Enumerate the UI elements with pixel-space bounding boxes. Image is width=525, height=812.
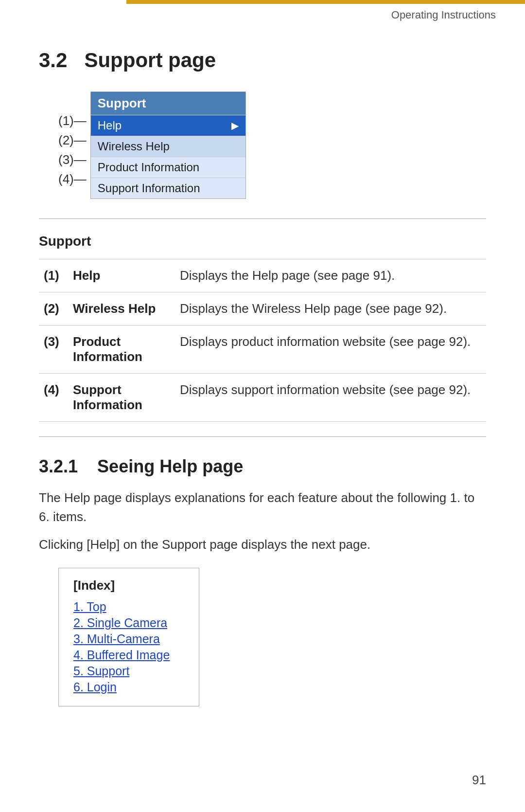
index-link-1[interactable]: 1. Top bbox=[73, 600, 184, 614]
row-name-1: Help bbox=[68, 259, 175, 292]
body-text-1: The Help page displays explanations for … bbox=[39, 488, 486, 526]
menu-label-3: (3)— bbox=[58, 150, 90, 169]
menu-label-2: (2)— bbox=[58, 130, 90, 150]
menu-item-wireless-help-label: Wireless Help bbox=[98, 140, 170, 153]
row-desc-1: Displays the Help page (see page 91). bbox=[175, 259, 486, 292]
menu-item-product-info[interactable]: Product Information bbox=[91, 157, 245, 178]
menu-item-support-info[interactable]: Support Information bbox=[91, 178, 245, 198]
menu-item-support-info-label: Support Information bbox=[98, 181, 200, 195]
section-title: 3.2 Support page bbox=[39, 49, 486, 72]
menu-item-product-info-label: Product Information bbox=[98, 161, 199, 174]
table-row: (3) ProductInformation Displays product … bbox=[39, 325, 486, 374]
description-table: (1) Help Displays the Help page (see pag… bbox=[39, 259, 486, 422]
index-links-list: 1. Top 2. Single Camera 3. Multi-Camera … bbox=[73, 600, 184, 694]
page-number: 91 bbox=[472, 773, 486, 788]
menu-label-1: (1)— bbox=[58, 111, 90, 130]
arrow-right-icon: ▶ bbox=[231, 120, 239, 131]
subsection-title: 3.2.1 Seeing Help page bbox=[39, 456, 486, 477]
index-link-5[interactable]: 5. Support bbox=[73, 664, 184, 678]
section-divider-top bbox=[39, 218, 486, 219]
index-panel-title: [Index] bbox=[73, 578, 184, 593]
top-accent-bar bbox=[126, 0, 525, 4]
row-desc-3: Displays product information website (se… bbox=[175, 325, 486, 374]
row-desc-4: Displays support information website (se… bbox=[175, 374, 486, 422]
row-num-2: (2) bbox=[39, 292, 68, 325]
section-title-text: Support page bbox=[84, 49, 216, 72]
menu-labels-col: (1)— (2)— (3)— (4)— bbox=[58, 91, 90, 189]
subsection-title-text: Seeing Help page bbox=[97, 456, 243, 476]
body-text-2: Clicking [Help] on the Support page disp… bbox=[39, 535, 486, 554]
row-desc-2: Displays the Wireless Help page (see pag… bbox=[175, 292, 486, 325]
table-row: (4) SupportInformation Displays support … bbox=[39, 374, 486, 422]
support-menu-container: (1)— (2)— (3)— (4)— Support Help ▶ Wirel… bbox=[58, 91, 486, 199]
table-row: (1) Help Displays the Help page (see pag… bbox=[39, 259, 486, 292]
menu-item-help[interactable]: Help ▶ bbox=[91, 115, 245, 136]
row-name-4: SupportInformation bbox=[68, 374, 175, 422]
menu-item-wireless-help[interactable]: Wireless Help bbox=[91, 136, 245, 157]
index-link-6[interactable]: 6. Login bbox=[73, 680, 184, 694]
support-menu-header: Support bbox=[91, 92, 245, 115]
index-panel: [Index] 1. Top 2. Single Camera 3. Multi… bbox=[58, 568, 199, 706]
row-num-4: (4) bbox=[39, 374, 68, 422]
row-name-3: ProductInformation bbox=[68, 325, 175, 374]
row-num-1: (1) bbox=[39, 259, 68, 292]
support-menu: Support Help ▶ Wireless Help Product Inf… bbox=[90, 91, 246, 199]
row-num-3: (3) bbox=[39, 325, 68, 374]
menu-label-4: (4)— bbox=[58, 169, 90, 189]
row-name-2: Wireless Help bbox=[68, 292, 175, 325]
table-row: (2) Wireless Help Displays the Wireless … bbox=[39, 292, 486, 325]
section-number: 3.2 bbox=[39, 49, 67, 72]
subsection-number: 3.2.1 bbox=[39, 456, 78, 476]
index-link-3[interactable]: 3. Multi-Camera bbox=[73, 632, 184, 646]
index-link-2[interactable]: 2. Single Camera bbox=[73, 616, 184, 630]
header-label: Operating Instructions bbox=[391, 9, 496, 21]
index-link-4[interactable]: 4. Buffered Image bbox=[73, 648, 184, 662]
desc-section-title: Support bbox=[39, 234, 486, 249]
menu-item-help-label: Help bbox=[98, 119, 122, 132]
section-divider-bottom bbox=[39, 436, 486, 437]
